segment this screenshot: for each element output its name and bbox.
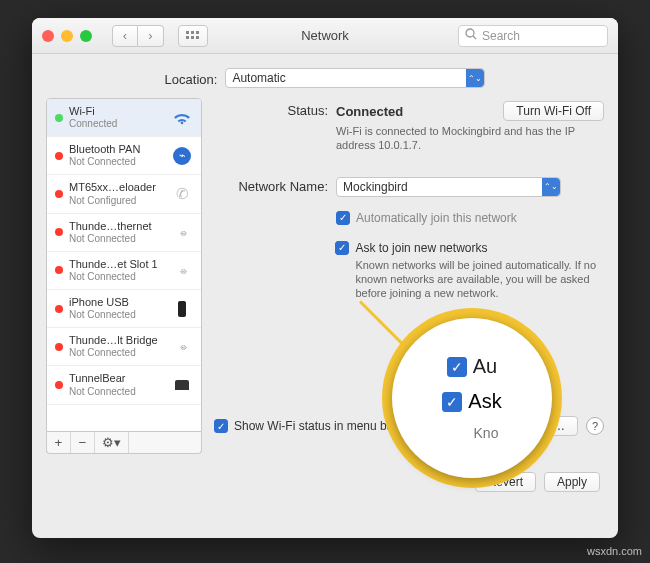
status-dot-icon <box>55 305 63 313</box>
sidebar-item-label: Wi-Fi <box>69 105 165 118</box>
arrows-icon: ‹···› <box>171 337 193 357</box>
callout-text: Ask <box>468 390 501 413</box>
auto-join-label: Automatically join this network <box>356 211 517 225</box>
help-button[interactable]: ? <box>586 417 604 435</box>
show-all-button[interactable] <box>178 25 208 47</box>
network-name-value: Mockingbird <box>343 180 408 194</box>
sidebar-item-wifi[interactable]: Wi-Fi Connected <box>47 99 201 137</box>
arrows-icon: ‹···› <box>171 260 193 280</box>
show-wifi-status-label: Show Wi-Fi status in menu bar <box>234 419 397 433</box>
remove-interface-button[interactable]: − <box>71 432 95 453</box>
interfaces-sidebar: Wi-Fi Connected Bluetooth PAN Not Connec… <box>46 98 202 432</box>
sidebar-item-label: iPhone USB <box>69 296 165 309</box>
sidebar-item-sub: Not Connected <box>69 156 165 168</box>
callout-auto-join: ✓ Au <box>447 355 497 378</box>
back-button[interactable]: ‹ <box>112 25 138 47</box>
status-value: Connected <box>336 104 403 119</box>
search-field[interactable]: Search <box>458 25 608 47</box>
status-dot-icon <box>55 228 63 236</box>
nav-back-forward: ‹ › <box>112 25 164 47</box>
sidebar-item-sub: Not Configured <box>69 195 165 207</box>
sidebar-item-thunderbolt-bridge[interactable]: Thunde…lt Bridge Not Connected ‹···› <box>47 328 201 366</box>
close-window-button[interactable] <box>42 30 54 42</box>
sidebar-item-mt65xx[interactable]: MT65xx…eloader Not Configured ✆ <box>47 175 201 213</box>
checkbox-on-icon: ✓ <box>336 211 350 225</box>
bluetooth-icon: ⌁ <box>171 146 193 166</box>
search-placeholder: Search <box>482 29 520 43</box>
sidebar-item-label: Thunde…et Slot 1 <box>69 258 165 271</box>
sidebar-item-sub: Not Connected <box>69 309 165 321</box>
svg-rect-2 <box>196 31 199 34</box>
add-interface-button[interactable]: + <box>47 432 71 453</box>
location-label: Location: <box>165 70 218 87</box>
interface-actions-button[interactable]: ⚙︎▾ <box>95 432 129 453</box>
status-description: Wi-Fi is connected to Mockingbird and ha… <box>336 124 596 153</box>
callout-text: Kno <box>474 425 499 441</box>
sidebar-item-label: MT65xx…eloader <box>69 181 165 194</box>
window-controls <box>42 30 100 42</box>
callout-text: Au <box>473 355 497 378</box>
svg-rect-5 <box>196 36 199 39</box>
titlebar: ‹ › Network Search <box>32 18 618 54</box>
search-icon <box>465 28 477 43</box>
status-dot-icon <box>55 152 63 160</box>
sidebar-item-sub: Not Connected <box>69 347 165 359</box>
select-arrows-icon: ⌃⌄ <box>542 178 560 196</box>
show-wifi-status-checkbox[interactable]: ✓ Show Wi-Fi status in menu bar <box>214 419 397 433</box>
network-name-select[interactable]: Mockingbird ⌃⌄ <box>336 177 561 197</box>
svg-rect-4 <box>191 36 194 39</box>
sidebar-item-sub: Not Connected <box>69 386 165 398</box>
ask-join-label: Ask to join new networks <box>355 241 487 255</box>
svg-line-7 <box>473 36 476 39</box>
watermark: wsxdn.com <box>587 545 642 557</box>
checkbox-on-icon: ✓ <box>214 419 228 433</box>
location-select[interactable]: Automatic ⌃⌄ <box>225 68 485 88</box>
status-dot-icon <box>55 343 63 351</box>
checkbox-on-icon: ✓ <box>442 392 462 412</box>
magnifier-callout: ✓ Au ✓ Ask Kno <box>392 318 552 478</box>
sidebar-item-label: TunnelBear <box>69 372 165 385</box>
forward-button[interactable]: › <box>138 25 164 47</box>
auto-join-checkbox[interactable]: ✓ Automatically join this network <box>336 211 517 225</box>
svg-rect-1 <box>191 31 194 34</box>
svg-rect-0 <box>186 31 189 34</box>
sidebar-footer: + − ⚙︎▾ <box>46 432 202 454</box>
ask-join-description: Known networks will be joined automatica… <box>355 258 604 301</box>
grid-icon <box>186 31 200 41</box>
status-dot-icon <box>55 381 63 389</box>
sidebar-item-bluetooth-pan[interactable]: Bluetooth PAN Not Connected ⌁ <box>47 137 201 175</box>
sidebar-item-tunnelbear[interactable]: TunnelBear Not Connected <box>47 366 201 404</box>
sidebar-item-iphone-usb[interactable]: iPhone USB Not Connected <box>47 290 201 328</box>
network-preferences-window: ‹ › Network Search Location: Automatic ⌃… <box>32 18 618 538</box>
sidebar-item-label: Bluetooth PAN <box>69 143 165 156</box>
callout-ask-join: ✓ Ask <box>442 390 501 413</box>
status-dot-icon <box>55 114 63 122</box>
status-dot-icon <box>55 190 63 198</box>
minimize-window-button[interactable] <box>61 30 73 42</box>
phone-sync-icon: ✆ <box>171 184 193 204</box>
apply-button[interactable]: Apply <box>544 472 600 492</box>
sidebar-item-label: Thunde…lt Bridge <box>69 334 165 347</box>
status-dot-icon <box>55 266 63 274</box>
svg-point-6 <box>466 29 474 37</box>
arrows-icon: ‹···› <box>171 222 193 242</box>
sidebar-item-label: Thunde…thernet <box>69 220 165 233</box>
status-label: Status: <box>214 101 328 118</box>
network-name-label: Network Name: <box>214 177 328 194</box>
bear-icon <box>171 375 193 395</box>
sidebar-item-sub: Not Connected <box>69 233 165 245</box>
wifi-icon <box>171 108 193 128</box>
checkbox-on-icon: ✓ <box>447 357 467 377</box>
svg-rect-3 <box>186 36 189 39</box>
phone-icon <box>171 299 193 319</box>
ask-join-checkbox[interactable]: ✓ Ask to join new networks <box>335 241 604 255</box>
location-value: Automatic <box>232 71 285 85</box>
sidebar-item-sub: Connected <box>69 118 165 130</box>
sidebar-item-thunderbolt-ethernet[interactable]: Thunde…thernet Not Connected ‹···› <box>47 214 201 252</box>
sidebar-item-thunderbolt-slot1[interactable]: Thunde…et Slot 1 Not Connected ‹···› <box>47 252 201 290</box>
checkbox-on-icon: ✓ <box>335 241 349 255</box>
zoom-window-button[interactable] <box>80 30 92 42</box>
turn-wifi-off-button[interactable]: Turn Wi-Fi Off <box>503 101 604 121</box>
select-arrows-icon: ⌃⌄ <box>466 69 484 87</box>
sidebar-item-sub: Not Connected <box>69 271 165 283</box>
